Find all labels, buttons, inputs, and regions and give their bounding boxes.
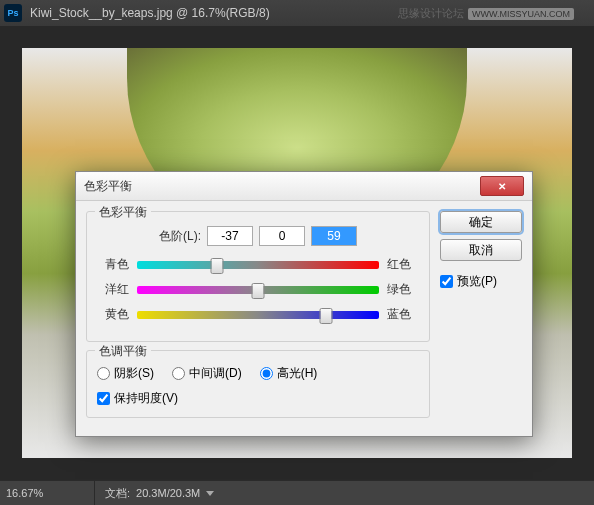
slider-track-2[interactable] — [137, 285, 379, 295]
preserve-luminosity-checkbox[interactable] — [97, 392, 110, 405]
radio-highlights-input[interactable] — [260, 367, 273, 380]
canvas-area: 色彩平衡 ✕ 色彩平衡 色阶(L): — [0, 26, 594, 480]
zoom-value: 16.67% — [6, 487, 43, 499]
preview-label: 预览(P) — [457, 273, 497, 290]
doc-info-label: 文档: — [105, 486, 130, 501]
radio-midtones-input[interactable] — [172, 367, 185, 380]
label-magenta: 洋红 — [97, 281, 129, 298]
watermark-url: WWW.MISSYUAN.COM — [468, 8, 574, 20]
dialog-body: 色彩平衡 色阶(L): 青色 — [76, 201, 532, 436]
dialog-title: 色彩平衡 — [84, 178, 480, 195]
radio-shadows-label: 阴影(S) — [114, 365, 154, 382]
radio-midtones-label: 中间调(D) — [189, 365, 242, 382]
label-cyan: 青色 — [97, 256, 129, 273]
color-balance-group: 色彩平衡 色阶(L): 青色 — [86, 211, 430, 342]
watermark-text: 思缘设计论坛 — [398, 6, 464, 21]
app-window: Ps Kiwi_Stock__by_keaps.jpg @ 16.7%(RGB/… — [0, 0, 594, 505]
close-icon: ✕ — [498, 181, 506, 192]
slider-thumb-3[interactable] — [319, 308, 332, 324]
ok-button[interactable]: 确定 — [440, 211, 522, 233]
level-input-3[interactable] — [311, 226, 357, 246]
tone-balance-group: 色调平衡 阴影(S) 中间调(D) — [86, 350, 430, 418]
preserve-luminosity[interactable]: 保持明度(V) — [97, 390, 419, 407]
slider-track-1[interactable] — [137, 260, 379, 270]
levels-label: 色阶(L): — [159, 228, 201, 245]
preserve-luminosity-label: 保持明度(V) — [114, 390, 178, 407]
levels-row: 色阶(L): — [97, 226, 419, 246]
close-button[interactable]: ✕ — [480, 176, 524, 196]
dialog-titlebar[interactable]: 色彩平衡 ✕ — [76, 172, 532, 201]
slider-track-3[interactable] — [137, 310, 379, 320]
document-title: Kiwi_Stock__by_keaps.jpg @ 16.7%(RGB/8) — [30, 6, 270, 20]
level-input-2[interactable] — [259, 226, 305, 246]
document-info[interactable]: 文档: 20.3M/20.3M — [95, 486, 224, 501]
dropdown-icon — [206, 491, 214, 496]
cancel-button[interactable]: 取消 — [440, 239, 522, 261]
tone-options: 阴影(S) 中间调(D) 高光(H) — [97, 365, 419, 382]
preview-option[interactable]: 预览(P) — [440, 273, 522, 290]
radio-shadows-input[interactable] — [97, 367, 110, 380]
slider-magenta-green: 洋红 绿色 — [97, 281, 419, 298]
preview-checkbox[interactable] — [440, 275, 453, 288]
radio-shadows[interactable]: 阴影(S) — [97, 365, 154, 382]
dialog-right-panel: 确定 取消 预览(P) — [440, 211, 522, 426]
statusbar: 16.67% 文档: 20.3M/20.3M — [0, 480, 594, 505]
doc-info-size: 20.3M/20.3M — [136, 487, 200, 499]
watermark: 思缘设计论坛 WWW.MISSYUAN.COM — [398, 6, 574, 21]
slider-yellow-blue: 黄色 蓝色 — [97, 306, 419, 323]
slider-thumb-1[interactable] — [210, 258, 223, 274]
slider-cyan-red: 青色 红色 — [97, 256, 419, 273]
label-red: 红色 — [387, 256, 419, 273]
radio-highlights[interactable]: 高光(H) — [260, 365, 318, 382]
color-balance-dialog: 色彩平衡 ✕ 色彩平衡 色阶(L): — [75, 171, 533, 437]
group-label-tone: 色调平衡 — [95, 343, 151, 360]
zoom-indicator[interactable]: 16.67% — [0, 481, 95, 505]
dialog-left-panel: 色彩平衡 色阶(L): 青色 — [86, 211, 430, 426]
slider-thumb-2[interactable] — [252, 283, 265, 299]
group-label-balance: 色彩平衡 — [95, 204, 151, 221]
label-blue: 蓝色 — [387, 306, 419, 323]
label-green: 绿色 — [387, 281, 419, 298]
label-yellow: 黄色 — [97, 306, 129, 323]
photoshop-icon: Ps — [4, 4, 22, 22]
level-input-1[interactable] — [207, 226, 253, 246]
radio-midtones[interactable]: 中间调(D) — [172, 365, 242, 382]
radio-highlights-label: 高光(H) — [277, 365, 318, 382]
titlebar: Ps Kiwi_Stock__by_keaps.jpg @ 16.7%(RGB/… — [0, 0, 594, 26]
